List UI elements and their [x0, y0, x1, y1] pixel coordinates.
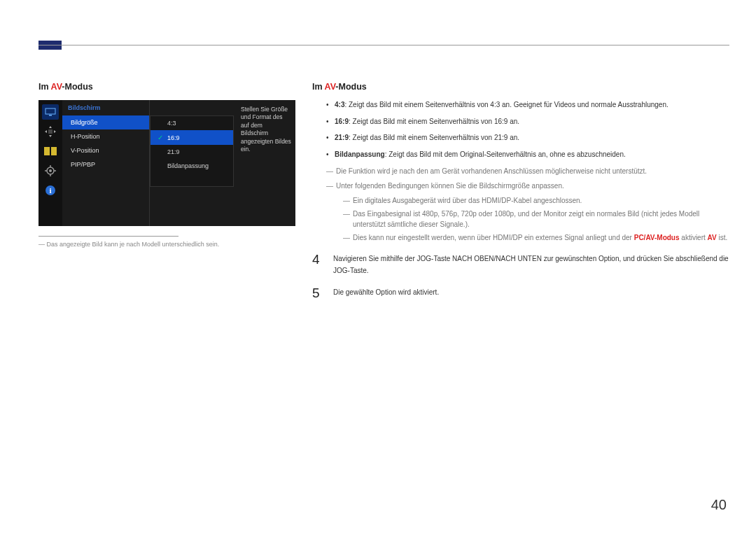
svg-point-10 [49, 169, 52, 172]
step-number: 5 [312, 286, 323, 300]
bullet-list: 4:3: Zeigt das Bild mit einem Seitenverh… [326, 100, 729, 160]
right-column: Im AV-Modus 4:3: Zeigt das Bild mit eine… [312, 82, 729, 305]
gear-icon [42, 163, 59, 178]
heading-pre: Im [312, 82, 325, 92]
osd-sub-item: 4:3 [150, 116, 233, 130]
left-heading: Im AV-Modus [38, 82, 294, 92]
svg-marker-3 [49, 126, 52, 128]
osd-iconbar: i [38, 100, 62, 226]
osd-menu: Bildschirm Bildgröße H-Position V-Positi… [62, 100, 150, 226]
osd-menu-item: V-Position [62, 143, 149, 157]
arrows-icon [42, 124, 59, 139]
step-number: 4 [312, 253, 323, 276]
step-4: 4 Navigieren Sie mithilfe der JOG-Taste … [312, 253, 729, 276]
page-number: 40 [711, 497, 727, 513]
svg-rect-1 [49, 115, 52, 116]
layout-icon [42, 143, 59, 159]
svg-text:i: i [49, 186, 51, 195]
heading-accent: AV [51, 82, 62, 92]
step-text: Navigieren Sie mithilfe der JOG-Taste NA… [333, 253, 729, 276]
bullet-item: 16:9: Zeigt das Bild mit einem Seitenver… [326, 117, 729, 127]
note: Die Funktion wird je nach den am Gerät v… [326, 166, 729, 176]
osd-menu-item: Bildgröße [62, 115, 149, 129]
osd-sub-item: 21:9 [150, 145, 233, 159]
image-caption: Das angezeigte Bild kann je nach Modell … [38, 241, 294, 248]
osd-sub-item: Bildanpassung [150, 159, 233, 173]
heading-post: -Modus [335, 82, 366, 92]
osd-help: Stellen Sie Größe und Format des auf dem… [237, 100, 295, 226]
svg-rect-8 [51, 147, 57, 155]
svg-marker-4 [49, 135, 52, 137]
subnote: Das Eingabesignal ist 480p, 576p, 720p o… [343, 209, 729, 230]
heading-pre: Im [38, 82, 51, 92]
right-heading: Im AV-Modus [312, 82, 729, 92]
subnote: Dies kann nur eingestellt werden, wenn ü… [343, 232, 729, 243]
osd-sub-item: ✓16:9 [150, 130, 233, 145]
subnote: Ein digitales Ausgabegerät wird über das… [343, 195, 729, 206]
bullet-item: Bildanpassung: Zeigt das Bild mit dem Or… [326, 150, 729, 160]
osd-screenshot: i Bildschirm Bildgröße H-Position V-Posi… [38, 100, 295, 226]
osd-submenu: 4:3 ✓16:9 21:9 Bildanpassung [150, 115, 234, 187]
check-icon: ✓ [158, 134, 164, 141]
heading-accent: AV [325, 82, 336, 92]
svg-rect-7 [44, 147, 50, 155]
osd-menu-item: H-Position [62, 129, 149, 143]
osd-menu-item: PIP/PBP [62, 157, 149, 171]
monitor-icon [42, 104, 59, 120]
left-column: Im AV-Modus i Bildschirm Bildgröße H-Pos… [38, 82, 294, 248]
osd-menu-header: Bildschirm [62, 100, 149, 115]
info-icon: i [42, 183, 59, 198]
note: Unter folgenden Bedingungen können Sie d… [326, 181, 729, 191]
bullet-item: 21:9: Zeigt das Bild mit einem Seitenver… [326, 133, 729, 143]
caption-rule [38, 236, 178, 237]
svg-marker-6 [54, 130, 56, 133]
step-5: 5 Die gewählte Option wird aktiviert. [312, 286, 729, 300]
svg-rect-0 [46, 108, 55, 114]
heading-post: -Modus [62, 82, 92, 92]
header-rule [38, 45, 729, 45]
step-text: Die gewählte Option wird aktiviert. [333, 286, 729, 300]
svg-rect-2 [48, 129, 52, 134]
bullet-item: 4:3: Zeigt das Bild mit einem Seitenverh… [326, 100, 729, 111]
svg-marker-5 [45, 130, 47, 133]
